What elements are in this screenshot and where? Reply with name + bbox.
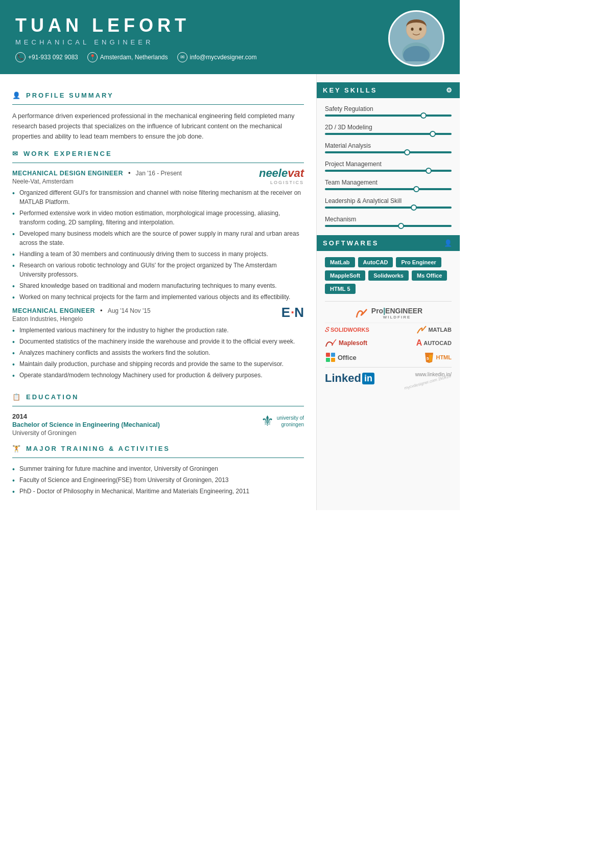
training-bullets: Summer training for future machine and i… <box>12 464 304 496</box>
job-2-date: Aug '14 Nov '15 <box>108 307 151 314</box>
job-2-company: Eaton Industries, Hengelo <box>12 315 304 323</box>
list-item: Research on various robotic technology a… <box>12 261 304 279</box>
pro-engineer-logo: Pro|ENGINEERWILDFIRE <box>354 307 422 319</box>
sw-tag-msoffice: Ms Office <box>412 270 447 281</box>
education-row: 2014 Bachelor of Science in Engineering … <box>12 413 304 437</box>
header-text: TUAN LEFORT MECHANICAL ENGINEER 📞 +91-93… <box>15 15 388 62</box>
sw-tag-matlab: MatLab <box>325 257 355 267</box>
list-item: Shared knowledge based on traditional an… <box>12 281 304 290</box>
skill-name: Mechanism <box>325 216 452 223</box>
list-item: Worked on many technical projects for th… <box>12 292 304 302</box>
work-icon: ✉ <box>12 150 19 157</box>
right-column: KEY SKILLS ⚙ Safety Regulation 2D / 3D M… <box>317 74 460 510</box>
edu-degree: Bachelor of Science in Engineering (Mech… <box>12 421 160 428</box>
work-section-title: ✉ WORK EXPERIENCE <box>12 150 304 157</box>
page-header: TUAN LEFORT MECHANICAL ENGINEER 📞 +91-93… <box>0 0 460 74</box>
list-item: Organized different GUI's for transmissi… <box>12 188 304 207</box>
job-1: neelevat LOGISTICS MECHANICAL DESIGN ENG… <box>12 169 304 307</box>
svg-rect-7 <box>331 353 335 357</box>
skill-bar <box>325 188 452 190</box>
list-item: Handling a team of 30 members and contin… <box>12 249 304 259</box>
profile-divider <box>12 104 304 105</box>
svg-rect-6 <box>326 353 330 357</box>
softwares-header: SOFTWARES 👤 <box>317 235 460 251</box>
email-icon: ✉ <box>177 52 187 62</box>
sw-tag-html5: HTML 5 <box>325 284 356 294</box>
key-skills-title: KEY SKILLS <box>323 86 377 94</box>
skill-handle <box>398 223 404 229</box>
svg-point-3 <box>411 28 414 31</box>
training-section: 🏋 MAJOR TRAINING & ACTIVITIES Summer tra… <box>12 445 304 496</box>
skill-name: Material Analysis <box>325 142 452 149</box>
skill-3d-modeling: 2D / 3D Modeling <box>325 124 452 135</box>
skill-handle <box>413 186 419 192</box>
job-2-title-line: MECHANICAL ENGINEER • Aug '14 Nov '15 <box>12 307 276 314</box>
work-experience-section: ✉ WORK EXPERIENCE neelevat LOGISTICS MEC… <box>12 150 304 385</box>
skill-bar <box>325 207 452 209</box>
list-item: Implemented various machinery for the in… <box>12 326 304 335</box>
job-2-bullets: Implemented various machinery for the in… <box>12 326 304 380</box>
list-item: Analyzes machinery conflicts and assists… <box>12 348 304 357</box>
education-icon: 📋 <box>12 393 22 401</box>
sw-tag-autocad: AutoCAD <box>358 257 393 267</box>
svg-rect-8 <box>326 358 330 362</box>
skill-material-analysis: Material Analysis <box>325 142 452 153</box>
job-1-bullets: Organized different GUI's for transmissi… <box>12 188 304 302</box>
education-details: 2014 Bachelor of Science in Engineering … <box>12 413 160 437</box>
office-logo: Office <box>325 352 357 363</box>
skill-bar <box>325 170 452 172</box>
list-item: PhD - Doctor of Philosophy in Mechanical… <box>12 487 304 496</box>
logo-row-maple-autocad: Maplesoft A AUTOCAD <box>325 338 452 348</box>
skill-name: Team Management <box>325 179 452 186</box>
software-logos: Pro|ENGINEERWILDFIRE 𝓢 SOLIDWORKS MATLAB <box>325 301 452 363</box>
profile-text: A performance driven experienced profess… <box>12 111 304 142</box>
work-divider <box>12 163 304 163</box>
skill-name: Leadership & Analytical Skill <box>325 197 452 204</box>
svg-rect-9 <box>331 358 335 362</box>
softwares-title: SOFTWARES <box>323 239 379 247</box>
skill-mechanism: Mechanism <box>325 216 452 227</box>
university-logo: ⚜ university ofgroningen <box>261 413 304 429</box>
education-section-title: 📋 EDUCATION <box>12 393 304 401</box>
main-body: 👤 PROFILE SUMMARY A performance driven e… <box>0 74 460 510</box>
job-1-title-line: MECHANICAL DESIGN ENGINEER • Jan '16 - P… <box>12 169 254 177</box>
list-item: Developed many business models which are… <box>12 229 304 247</box>
list-item: Documented statistics of the machinery i… <box>12 337 304 346</box>
skill-name: 2D / 3D Modeling <box>325 124 452 131</box>
email-contact: ✉ info@mycvdesigner.com <box>177 52 257 62</box>
skill-leadership: Leadership & Analytical Skill <box>325 197 452 209</box>
email-text: info@mycvdesigner.com <box>190 54 257 61</box>
linkedin-section: Linked in www.linkedin.in/ mycvdesigner.… <box>325 367 452 385</box>
education-divider <box>12 406 304 406</box>
skill-team-management: Team Management <box>325 179 452 190</box>
settings-icon: ⚙ <box>446 86 454 94</box>
matlab-logo: MATLAB <box>416 325 452 334</box>
job-1-title: MECHANICAL DESIGN ENGINEER <box>12 170 123 177</box>
skill-handle <box>426 168 432 174</box>
sw-tag-mapplesoft: MappleSoft <box>325 270 365 281</box>
left-column: 👤 PROFILE SUMMARY A performance driven e… <box>0 74 317 510</box>
location-text: Amsterdam, Netherlands <box>100 54 168 61</box>
skill-handle <box>420 112 427 119</box>
phone-number: +91-933 092 9083 <box>28 54 78 61</box>
skill-bar <box>325 133 452 135</box>
profile-photo <box>388 10 444 66</box>
skill-handle <box>430 131 436 137</box>
skill-bar <box>325 115 452 117</box>
skill-project-management: Project Management <box>325 161 452 172</box>
software-icon: 👤 <box>444 239 454 247</box>
candidate-title: MECHANICAL ENGINEER <box>15 38 388 46</box>
edu-year: 2014 <box>12 413 160 420</box>
skill-name: Project Management <box>325 161 452 168</box>
training-icon: 🏋 <box>12 445 22 452</box>
education-section: 📋 EDUCATION 2014 Bachelor of Science in … <box>12 393 304 437</box>
logo-row-office-html5: Office 5 HTML <box>325 352 452 363</box>
software-tags: MatLab AutoCAD Pro Engineer MappleSoft S… <box>325 257 452 294</box>
candidate-name: TUAN LEFORT <box>15 15 388 36</box>
linkedin-logo: Linked in <box>325 372 374 385</box>
linkedin-url-area: www.linkedin.in/ mycvdesigner.com 2k0k20 <box>404 372 452 385</box>
maplesoft-logo: Maplesoft <box>325 338 367 348</box>
job-2-title: MECHANICAL ENGINEER <box>12 307 95 314</box>
skill-handle <box>404 149 410 155</box>
list-item: Summer training for future machine and i… <box>12 464 304 473</box>
